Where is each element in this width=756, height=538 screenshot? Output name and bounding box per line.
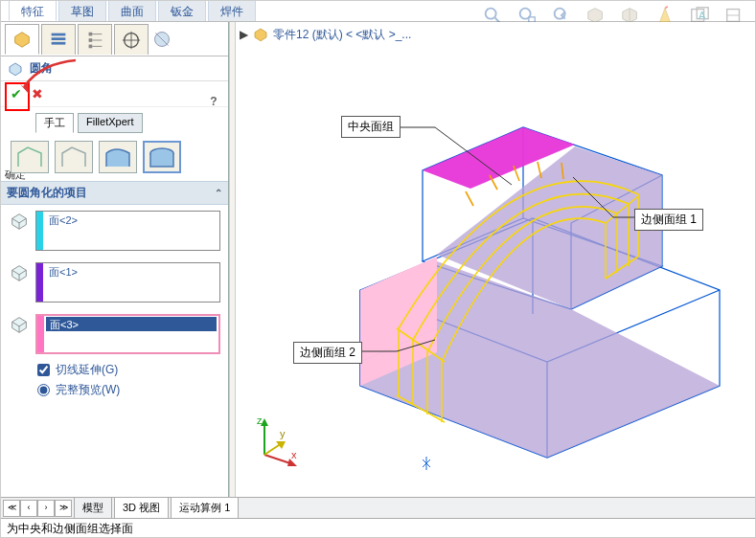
full-preview-label: 完整预览(W) <box>56 382 120 398</box>
manager-overflow[interactable] <box>150 24 173 55</box>
callout-side-face-set-2[interactable]: 边侧面组 2 <box>293 342 362 364</box>
graphics-viewport[interactable]: ▶ 零件12 (默认) < <默认 >_... <box>236 22 755 497</box>
model-geometry <box>236 32 753 491</box>
propertymanager-tab[interactable] <box>41 24 76 55</box>
featuremanager-tab[interactable] <box>5 24 39 55</box>
cancel-button[interactable]: ✖ <box>28 85 47 102</box>
part-icon <box>252 26 269 43</box>
side-face-group-2: 面<3> <box>1 308 228 360</box>
face-selection-icon[interactable] <box>9 211 30 232</box>
status-bar: 为中央和边侧面组选择面 <box>1 518 755 537</box>
feature-title-row: 圆角 <box>1 56 228 81</box>
filletxpert-tab[interactable]: FilletXpert <box>78 113 143 133</box>
fillet-type-row <box>1 137 228 181</box>
face-selection-icon[interactable] <box>9 314 30 335</box>
feature-name: 圆角 <box>30 60 53 77</box>
section-items-title: 要圆角化的项目 <box>7 185 87 201</box>
breadcrumb: ▶ 零件12 (默认) < <默认 >_... <box>240 26 411 43</box>
property-manager-panel: 圆角 ✔ ✖ ? 确定 手工 FilletXpert <box>1 22 229 497</box>
svg-text:A: A <box>699 10 706 21</box>
breadcrumb-arrow-icon[interactable]: ▶ <box>240 28 248 41</box>
callout-side-face-set-1[interactable]: 边侧面组 1 <box>634 209 703 231</box>
tab-feature[interactable]: 特征 <box>9 1 57 21</box>
svg-text:x: x <box>291 449 297 460</box>
fillet-icon <box>7 60 24 78</box>
bottom-tab-model[interactable]: 模型 <box>74 497 112 519</box>
tab-surface[interactable]: 曲面 <box>108 1 156 21</box>
tangent-label: 切线延伸(G) <box>56 362 118 378</box>
view-triad[interactable]: z x y <box>247 415 301 468</box>
center-face-item[interactable]: 面<1> <box>45 264 218 279</box>
tab-sketch[interactable]: 草图 <box>58 1 106 21</box>
ok-cancel-row: ✔ ✖ <box>1 81 228 107</box>
panel-splitter[interactable] <box>229 22 236 497</box>
bottom-tab-motion[interactable]: 运动算例 1 <box>171 497 239 519</box>
callout-center-face-set[interactable]: 中央面组 <box>341 116 401 138</box>
svg-rect-12 <box>52 37 66 40</box>
side-face-1-item[interactable]: 面<2> <box>45 213 218 227</box>
bottom-tab-3dview[interactable]: 3D 视图 <box>114 497 169 519</box>
tab-weldment[interactable]: 焊件 <box>208 1 256 21</box>
tab-sheetmetal[interactable]: 钣金 <box>158 1 206 21</box>
fillet-type-face[interactable] <box>99 141 137 173</box>
section-items-header[interactable]: 要圆角化的项目 ⌃ <box>1 181 228 205</box>
face-selection-icon[interactable] <box>9 262 30 283</box>
main-tab-bar: 特征 草图 曲面 钣金 焊件 A <box>1 1 755 22</box>
side-face-list-1[interactable]: 面<2> <box>35 211 220 251</box>
svg-rect-16 <box>89 44 93 48</box>
fillet-options: 切线延伸(G) 完整预览(W) <box>1 360 228 404</box>
fillet-mode-tabs: 手工 FilletXpert <box>1 107 228 137</box>
fillet-type-variable[interactable] <box>55 141 93 173</box>
side-face-2-item[interactable]: 面<3> <box>46 317 217 331</box>
full-preview-radio[interactable] <box>37 384 50 396</box>
svg-point-0 <box>486 9 496 19</box>
breadcrumb-part-name[interactable]: 零件12 (默认) < <默认 >_... <box>273 27 411 43</box>
manual-tab[interactable]: 手工 <box>35 113 74 133</box>
tab-nav-buttons: ≪ ‹ › ≫ <box>3 500 72 517</box>
bottom-tab-bar: ≪ ‹ › ≫ 模型 3D 视图 运动算例 1 <box>1 497 755 518</box>
dimxpert-tab[interactable] <box>114 24 149 55</box>
collapse-icon: ⌃ <box>215 188 222 198</box>
center-face-list[interactable]: 面<1> <box>35 262 220 303</box>
manager-tabs <box>1 22 228 56</box>
tangent-checkbox[interactable] <box>37 364 50 376</box>
tab-nav-first[interactable]: ≪ <box>3 500 20 517</box>
status-text: 为中央和边侧面组选择面 <box>7 522 133 535</box>
svg-rect-15 <box>89 38 93 42</box>
configmanager-tab[interactable] <box>78 24 112 55</box>
tab-nav-next[interactable]: › <box>37 500 55 517</box>
side-face-group-1: 面<2> <box>1 205 228 257</box>
svg-text:z: z <box>257 415 263 426</box>
full-preview-option[interactable]: 完整预览(W) <box>37 382 217 398</box>
help-icon[interactable]: ? <box>205 95 222 112</box>
ok-button[interactable]: ✔ <box>7 85 26 102</box>
svg-text:y: y <box>280 428 286 439</box>
svg-rect-14 <box>89 32 93 35</box>
fillet-type-constant[interactable] <box>11 141 49 173</box>
tab-nav-prev[interactable]: ‹ <box>20 500 37 517</box>
center-face-group: 面<1> <box>1 257 228 308</box>
svg-rect-13 <box>52 41 66 44</box>
svg-rect-11 <box>52 33 66 35</box>
fillet-type-full-round[interactable] <box>143 141 181 173</box>
tab-nav-last[interactable]: ≫ <box>55 500 72 517</box>
tangent-propagation-option[interactable]: 切线延伸(G) <box>37 362 217 378</box>
svg-line-26 <box>466 191 473 206</box>
side-face-list-2[interactable]: 面<3> <box>35 314 220 354</box>
